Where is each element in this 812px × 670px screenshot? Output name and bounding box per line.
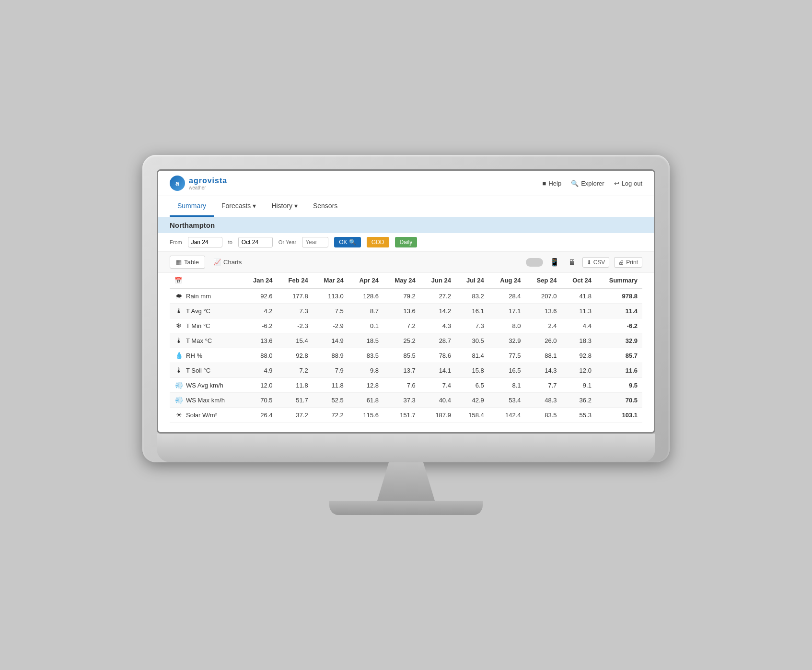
table-cell: 113.0 <box>313 288 348 304</box>
col-header-summary: Summary <box>596 273 642 288</box>
table-row: ☀Solar W/m²26.437.272.2115.6151.7187.915… <box>170 408 642 423</box>
to-input[interactable] <box>238 237 273 247</box>
logo-icon: a <box>170 176 185 191</box>
view-tabs: ▦ Table 📈 Charts <box>170 256 248 269</box>
help-icon: ■ <box>543 180 546 187</box>
row-icon-t_avg: 🌡 <box>174 307 183 315</box>
row-label-rh: 💧RH % <box>170 348 242 363</box>
table-cell: 7.4 <box>420 378 456 393</box>
table-cell: 128.6 <box>348 288 383 304</box>
table-cell: 88.0 <box>242 348 277 363</box>
table-row: 💨WS Avg km/h12.011.811.812.87.67.46.58.1… <box>170 378 642 393</box>
nav-bar: Summary Forecasts ▾ History ▾ Sensors <box>158 196 654 217</box>
logout-link[interactable]: ↩ Log out <box>614 180 642 187</box>
row-icon-t_min: ❄ <box>174 322 183 329</box>
nav-item-forecasts[interactable]: Forecasts ▾ <box>214 196 264 217</box>
location-bar: Northampton <box>158 217 654 233</box>
table-cell: 7.2 <box>278 363 313 378</box>
table-cell: 78.6 <box>420 348 456 363</box>
table-cell: -2.3 <box>278 318 313 333</box>
table-cell: 0.1 <box>348 318 383 333</box>
row-label-rain: 🌧Rain mm <box>170 288 242 304</box>
table-icon: ▦ <box>176 259 182 266</box>
nav-item-history[interactable]: History ▾ <box>264 196 305 217</box>
logo-area: a agrovista weather <box>170 176 227 191</box>
table-cell: 9.8 <box>348 363 383 378</box>
table-cell: 15.4 <box>278 333 313 348</box>
table-row: 🌡T Avg °C4.27.37.58.713.614.216.117.113.… <box>170 304 642 318</box>
print-icon: 🖨 <box>618 259 624 266</box>
table-cell: 77.5 <box>489 348 526 363</box>
table-cell: 7.5 <box>313 304 348 318</box>
table-cell: 55.3 <box>562 408 596 423</box>
tab-charts[interactable]: 📈 Charts <box>207 256 248 269</box>
table-cell: 14.9 <box>313 333 348 348</box>
csv-button[interactable]: ⬇ CSV <box>582 257 610 268</box>
daily-button[interactable]: Daily <box>395 237 418 247</box>
table-cell: 8.1 <box>489 378 526 393</box>
table-cell: 32.9 <box>596 333 642 348</box>
explorer-link[interactable]: 🔍 Explorer <box>571 180 604 187</box>
table-cell: 27.2 <box>420 288 456 304</box>
col-header-jul24: Jul 24 <box>456 273 489 288</box>
row-icon-ws_avg: 💨 <box>174 381 183 389</box>
row-icon-ws_max: 💨 <box>174 396 183 404</box>
print-button[interactable]: 🖨 Print <box>614 257 642 268</box>
mobile-icon[interactable]: 📱 <box>548 257 561 268</box>
gdd-button[interactable]: GDD <box>367 237 389 247</box>
table-cell: 25.2 <box>383 333 420 348</box>
ok-button[interactable]: OK 🔍 <box>334 237 361 247</box>
help-link[interactable]: ■ Help <box>543 180 562 187</box>
table-cell: 13.6 <box>242 333 277 348</box>
row-label-t_max: 🌡T Max °C <box>170 333 242 348</box>
table-cell: 13.6 <box>526 304 562 318</box>
table-cell: 79.2 <box>383 288 420 304</box>
table-cell: 8.7 <box>348 304 383 318</box>
table-cell: 115.6 <box>348 408 383 423</box>
row-icon-t_max: 🌡 <box>174 337 183 344</box>
nav-item-summary[interactable]: Summary <box>170 196 214 217</box>
table-cell: 142.4 <box>489 408 526 423</box>
toggle-switch[interactable] <box>526 258 543 267</box>
table-cell: 11.3 <box>562 304 596 318</box>
table-cell: 12.0 <box>562 363 596 378</box>
table-cell: 26.4 <box>242 408 277 423</box>
table-cell: 26.0 <box>526 333 562 348</box>
table-cell: 9.5 <box>596 378 642 393</box>
desktop-icon[interactable]: 🖥 <box>566 257 578 268</box>
from-input[interactable] <box>188 237 222 247</box>
year-input[interactable] <box>302 237 328 247</box>
col-header-sep24: Sep 24 <box>526 273 562 288</box>
col-header-oct24: Oct 24 <box>562 273 596 288</box>
filter-bar: From to Or Year OK 🔍 GDD Daily <box>158 233 654 252</box>
brand-name: agrovista <box>189 176 227 185</box>
table-cell: -6.2 <box>242 318 277 333</box>
table-cell: 28.4 <box>489 288 526 304</box>
table-cell: 52.5 <box>313 393 348 408</box>
chevron-down-icon: ▾ <box>253 202 256 210</box>
table-cell: 978.8 <box>596 288 642 304</box>
nav-item-sensors[interactable]: Sensors <box>305 196 345 217</box>
to-label: to <box>228 239 232 245</box>
table-cell: 12.8 <box>348 378 383 393</box>
table-cell: 51.7 <box>278 393 313 408</box>
table-cell: 72.2 <box>313 408 348 423</box>
row-label-solar: ☀Solar W/m² <box>170 408 242 423</box>
table-cell: 61.8 <box>348 393 383 408</box>
table-cell: 11.8 <box>313 378 348 393</box>
table-cell: 11.4 <box>596 304 642 318</box>
row-label-ws_max: 💨WS Max km/h <box>170 393 242 408</box>
table-cell: 7.6 <box>383 378 420 393</box>
table-cell: 88.1 <box>526 348 562 363</box>
table-cell: 4.3 <box>420 318 456 333</box>
table-cell: 40.4 <box>420 393 456 408</box>
table-cell: 85.5 <box>383 348 420 363</box>
table-cell: 18.3 <box>562 333 596 348</box>
table-cell: 14.3 <box>526 363 562 378</box>
table-cell: 28.7 <box>420 333 456 348</box>
table-cell: 4.2 <box>242 304 277 318</box>
table-cell: 11.6 <box>596 363 642 378</box>
tab-table[interactable]: ▦ Table <box>170 256 205 269</box>
or-year-label: Or Year <box>278 239 296 245</box>
table-cell: 88.9 <box>313 348 348 363</box>
